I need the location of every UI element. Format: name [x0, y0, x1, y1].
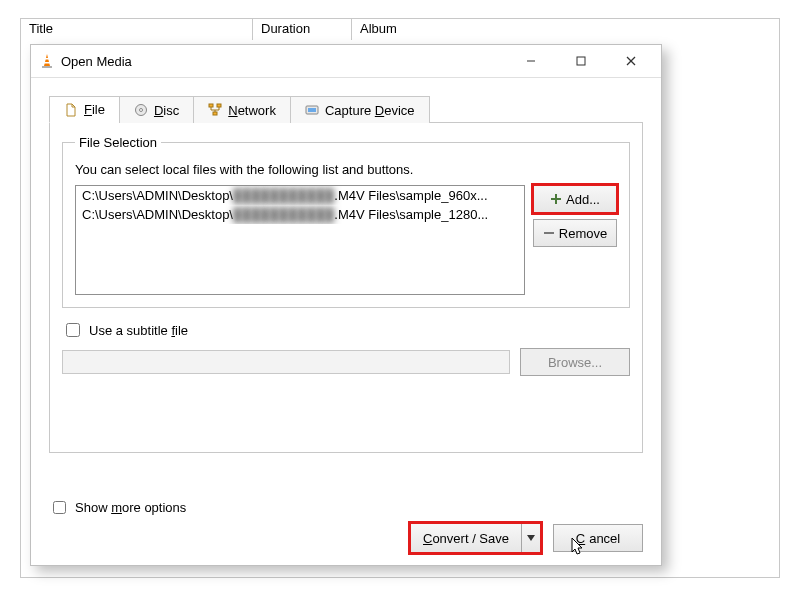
list-item[interactable]: C:\Users\ADMIN\Desktop\███████████.M4V F…: [76, 186, 524, 205]
tab-network[interactable]: Network: [193, 96, 291, 123]
svg-rect-2: [44, 62, 50, 64]
file-selection-legend: File Selection: [75, 135, 161, 150]
dialog-content: File Disc Network Capture Device: [31, 78, 661, 463]
browse-button: Browse...: [520, 348, 630, 376]
col-duration[interactable]: Duration: [253, 19, 352, 41]
tab-disc[interactable]: Disc: [119, 96, 194, 123]
close-button[interactable]: [609, 47, 653, 75]
plus-icon: [550, 193, 562, 205]
svg-rect-12: [213, 112, 217, 115]
svg-rect-14: [308, 108, 316, 112]
chevron-down-icon: [527, 535, 535, 541]
svg-rect-1: [45, 58, 50, 60]
add-button[interactable]: Add...: [533, 185, 617, 213]
network-icon: [208, 103, 222, 117]
open-media-dialog: Open Media File Disc: [30, 44, 662, 566]
svg-rect-3: [42, 66, 52, 68]
disc-icon: [134, 103, 148, 117]
show-more-label[interactable]: Show more options: [75, 500, 186, 515]
convert-save-button[interactable]: Convert / Save: [410, 523, 541, 553]
show-more-checkbox[interactable]: [53, 501, 66, 514]
titlebar: Open Media: [31, 45, 661, 78]
minimize-button[interactable]: [509, 47, 553, 75]
subtitle-path-input: [62, 350, 510, 374]
col-title[interactable]: Title: [21, 19, 253, 41]
tab-file[interactable]: File: [49, 96, 120, 123]
svg-point-9: [139, 109, 142, 112]
capture-icon: [305, 103, 319, 117]
svg-rect-5: [577, 57, 585, 65]
subtitle-checkbox[interactable]: [66, 323, 80, 337]
svg-marker-0: [44, 54, 50, 66]
maximize-button[interactable]: [559, 47, 603, 75]
file-list[interactable]: C:\Users\ADMIN\Desktop\███████████.M4V F…: [75, 185, 525, 295]
tab-strip: File Disc Network Capture Device: [49, 96, 643, 123]
minus-icon: [543, 227, 555, 239]
dialog-title: Open Media: [61, 54, 132, 69]
subtitle-checkbox-label[interactable]: Use a subtitle file: [89, 323, 188, 338]
file-selection-group: File Selection You can select local file…: [62, 135, 630, 308]
convert-save-dropdown[interactable]: [521, 524, 540, 552]
vlc-cone-icon: [39, 53, 55, 69]
list-item[interactable]: C:\Users\ADMIN\Desktop\███████████.M4V F…: [76, 205, 524, 224]
tab-panel-file: File Selection You can select local file…: [49, 122, 643, 453]
file-selection-hint: You can select local files with the foll…: [75, 162, 617, 177]
svg-rect-10: [209, 104, 213, 107]
cancel-button[interactable]: Cancel: [553, 524, 643, 552]
remove-button[interactable]: Remove: [533, 219, 617, 247]
file-icon: [64, 103, 78, 117]
playlist-header: Title Duration Album: [20, 18, 780, 42]
col-album[interactable]: Album: [352, 19, 779, 41]
svg-rect-11: [217, 104, 221, 107]
tab-capture[interactable]: Capture Device: [290, 96, 430, 123]
